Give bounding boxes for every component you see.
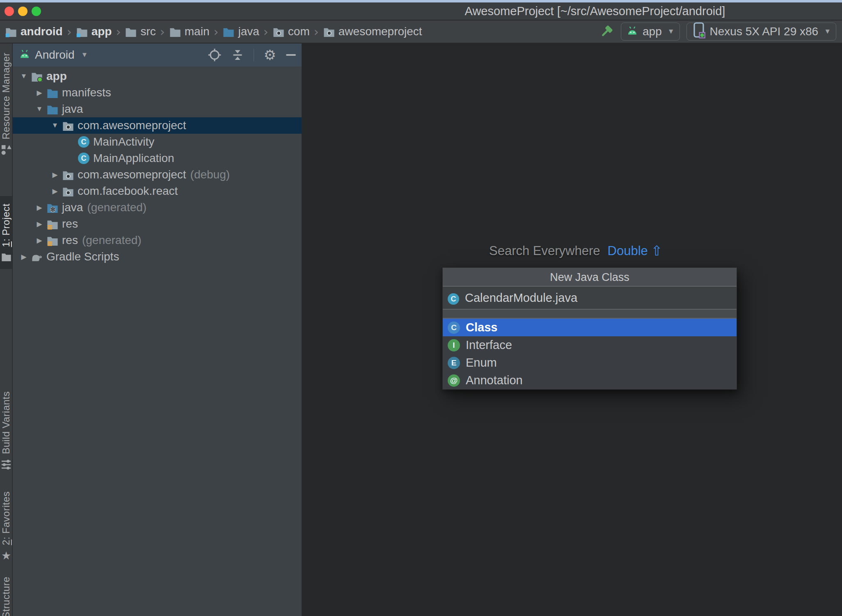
kind-option-class[interactable]: CClass bbox=[443, 319, 737, 336]
breadcrumb-item-main[interactable]: main bbox=[169, 25, 210, 38]
tool-window-button-favorites[interactable]: 2: Favorites★ bbox=[0, 491, 12, 561]
minus-icon bbox=[286, 54, 296, 56]
titlebar: AwesomeProject [~/src/AwesomeProject/and… bbox=[0, 2, 842, 20]
tree-item-label: com.facebook.react bbox=[78, 185, 178, 198]
tree-item-label: com.awesomeproject bbox=[78, 168, 186, 181]
folder-blue-icon bbox=[46, 87, 59, 98]
tree-row-manifests[interactable]: ▶ manifests bbox=[13, 84, 302, 101]
main-toolbar: android› app› src› main› java› com› awes… bbox=[0, 21, 842, 43]
module-folder-icon bbox=[5, 26, 17, 37]
tool-window-button-label: 2: Favorites bbox=[0, 491, 12, 545]
breadcrumb-label: com bbox=[288, 25, 310, 38]
tree-item-label: java bbox=[62, 103, 83, 116]
run-configuration-select[interactable]: app ▼ bbox=[621, 23, 680, 41]
settings-button[interactable]: ⚙ bbox=[264, 48, 276, 62]
device-select[interactable]: Nexus 5X API 29 x86 ▼ bbox=[686, 23, 836, 41]
tree-row-mainapplication[interactable]: CMainApplication bbox=[13, 150, 302, 167]
collapse-all-icon bbox=[231, 48, 244, 62]
build-variants-icon bbox=[1, 459, 11, 470]
breadcrumb-item-com[interactable]: com bbox=[272, 25, 310, 38]
tree-row-java[interactable]: ▼ java bbox=[13, 101, 302, 117]
breadcrumb-label: app bbox=[92, 25, 112, 38]
tool-window-button-resource-manager[interactable]: Resource Manager bbox=[0, 52, 12, 155]
breadcrumb-item-src[interactable]: src bbox=[125, 25, 156, 38]
shift-arrow-icon: ⇧ bbox=[651, 243, 663, 259]
kind-option-enum[interactable]: EEnum bbox=[443, 354, 737, 372]
toolbar-right: app ▼ Nexus 5X API 29 x86 ▼ bbox=[599, 23, 842, 41]
tool-window-bar: Resource Manager 1: Project Build Varian… bbox=[0, 43, 12, 616]
build-button[interactable] bbox=[599, 24, 614, 39]
tree-expand-down-icon[interactable]: ▼ bbox=[49, 121, 61, 130]
tree-row-gradle-scripts[interactable]: ▶ Gradle Scripts bbox=[13, 249, 302, 265]
tree-expand-right-icon[interactable]: ▶ bbox=[49, 187, 61, 196]
chevron-down-icon: ▼ bbox=[668, 27, 675, 36]
package-icon bbox=[61, 169, 75, 180]
tree-expand-right-icon[interactable]: ▶ bbox=[33, 220, 46, 228]
tree-item-label: res bbox=[62, 234, 78, 247]
locate-file-button[interactable] bbox=[208, 48, 222, 62]
tree-expand-right-icon[interactable]: ▶ bbox=[18, 253, 30, 261]
class-icon: C bbox=[77, 153, 91, 164]
tool-window-button-label: Resource Manager bbox=[0, 52, 12, 139]
tree-expand-down-icon[interactable]: ▼ bbox=[18, 72, 30, 80]
popup-separator bbox=[443, 310, 737, 319]
package-icon bbox=[61, 186, 75, 197]
tree-item-label: Gradle Scripts bbox=[46, 250, 119, 263]
breadcrumb-separator-icon: › bbox=[116, 25, 121, 39]
class-name-input[interactable]: C CalendarModule.java bbox=[443, 287, 737, 310]
minimize-button[interactable] bbox=[18, 7, 27, 16]
tree-expand-right-icon[interactable]: ▶ bbox=[33, 236, 46, 245]
tree-expand-right-icon[interactable]: ▶ bbox=[33, 203, 46, 212]
device-phone-icon bbox=[692, 22, 706, 41]
gradle-elephant-icon bbox=[30, 251, 44, 262]
tree-row-res[interactable]: ▶ res(generated) bbox=[13, 232, 302, 249]
breadcrumb-item-android[interactable]: android bbox=[5, 25, 63, 38]
res-folder-icon bbox=[46, 235, 59, 246]
breadcrumb-item-app[interactable]: app bbox=[76, 25, 112, 38]
project-view-selector[interactable]: Android ▼ bbox=[18, 48, 88, 62]
tree-expand-down-icon[interactable]: ▼ bbox=[33, 105, 46, 113]
interface-icon: I bbox=[448, 339, 460, 351]
tree-row-app[interactable]: ▼ app bbox=[13, 68, 302, 84]
tool-window-button-structure[interactable]: 7: Structure bbox=[0, 577, 12, 616]
tree-row-com-facebook-react[interactable]: ▶ com.facebook.react bbox=[13, 183, 302, 199]
kind-option-interface[interactable]: IInterface bbox=[443, 336, 737, 354]
tree-item-label: manifests bbox=[62, 86, 111, 99]
android-studio-window: AwesomeProject [~/src/AwesomeProject/and… bbox=[0, 0, 842, 616]
breadcrumb-item-java[interactable]: java bbox=[222, 25, 259, 38]
close-button[interactable] bbox=[5, 7, 14, 16]
kind-option-label: Class bbox=[466, 321, 497, 334]
svg-text:✻: ✻ bbox=[50, 206, 55, 213]
tree-item-suffix: (generated) bbox=[82, 234, 142, 247]
breadcrumb-item-awesomeproject[interactable]: awesomeproject bbox=[323, 25, 422, 38]
tool-window-button-label: 7: Structure bbox=[0, 577, 12, 616]
tree-item-label: res bbox=[62, 217, 78, 230]
android-robot-icon bbox=[626, 25, 638, 38]
zoom-button[interactable] bbox=[32, 7, 41, 16]
collapse-all-button[interactable] bbox=[231, 48, 244, 62]
kind-option-annotation[interactable]: @Annotation bbox=[443, 372, 737, 389]
project-panel-header: Android ▼ ⚙ bbox=[13, 43, 302, 66]
class-name-value: CalendarModule.java bbox=[465, 291, 577, 305]
device-phone-icon bbox=[692, 22, 706, 39]
hide-panel-button[interactable] bbox=[286, 54, 296, 56]
breadcrumb-label: android bbox=[21, 25, 63, 38]
popup-title: New Java Class bbox=[443, 268, 737, 287]
run-configuration-label: app bbox=[643, 25, 662, 38]
breadcrumb-label: main bbox=[185, 25, 210, 38]
tool-window-button-project[interactable]: 1: Project bbox=[0, 196, 12, 269]
tree-item-label: java bbox=[62, 201, 83, 214]
resource-manager-icon bbox=[1, 144, 11, 155]
tree-expand-right-icon[interactable]: ▶ bbox=[33, 89, 46, 97]
tree-row-com-awesomeproject[interactable]: ▼ com.awesomeproject bbox=[13, 117, 302, 134]
tree-row-res[interactable]: ▶ res bbox=[13, 216, 302, 232]
tree-row-mainactivity[interactable]: CMainActivity bbox=[13, 134, 302, 150]
folder-blue-icon bbox=[46, 104, 59, 115]
tree-expand-right-icon[interactable]: ▶ bbox=[49, 171, 61, 179]
source-folder-icon bbox=[222, 26, 235, 37]
tool-window-button-build-variants[interactable]: Build Variants bbox=[0, 391, 12, 470]
tree-row-com-awesomeproject[interactable]: ▶ com.awesomeproject(debug) bbox=[13, 167, 302, 183]
hammer-icon bbox=[599, 24, 614, 39]
star-icon: ★ bbox=[1, 550, 11, 561]
tree-row-java[interactable]: ▶ ✻java(generated) bbox=[13, 199, 302, 216]
